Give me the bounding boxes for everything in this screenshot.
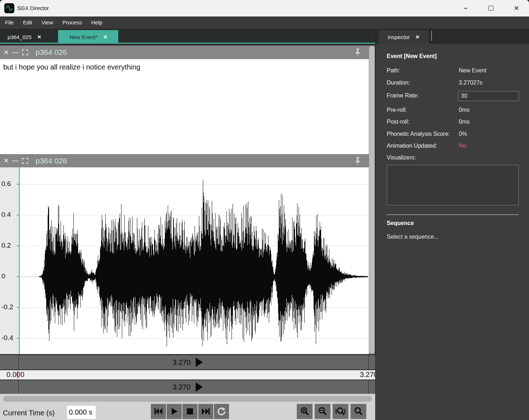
y-axis-label: 0.6 <box>1 180 11 188</box>
ruler-start-time: 0.000 <box>6 371 24 379</box>
panel-expand-icon[interactable] <box>22 49 28 56</box>
tab-close-icon[interactable]: ✕ <box>103 34 108 40</box>
inspector-field-label: Animation Updated: <box>387 143 437 149</box>
window-title: SGX Director <box>17 0 49 16</box>
y-axis-tick <box>17 338 19 339</box>
y-axis-label: 0.2 <box>1 242 11 249</box>
range-handle-right[interactable] <box>368 355 369 369</box>
y-axis-tick <box>17 245 19 246</box>
inspector-tab-label: Inspector <box>387 34 410 40</box>
range-play-icon[interactable] <box>196 358 203 367</box>
window-maximize-button[interactable] <box>483 0 499 16</box>
vertical-scrollbar-thumb[interactable] <box>369 46 375 354</box>
y-axis-label: 0.4 <box>1 211 11 219</box>
sequence-heading: Sequence <box>387 220 414 226</box>
range-play-icon[interactable] <box>196 382 203 392</box>
inspector-separator <box>387 214 519 215</box>
window-minimize-button[interactable]: – <box>457 0 474 16</box>
range-handle-right[interactable] <box>368 380 369 394</box>
y-axis-tick <box>17 215 19 215</box>
title-bar: SGX Director – ✕ <box>0 0 529 16</box>
transcript-panel-title: p364 026 <box>35 48 67 57</box>
document-tab-bar: p364_025✕New Event*✕ <box>0 29 375 44</box>
panel-minimize-icon[interactable]: — <box>12 158 18 164</box>
inspector-field-label: Duration: <box>387 80 410 86</box>
waveform-panel-body[interactable]: 0.60.40.20-0.2-0.4 <box>0 167 370 354</box>
waveform-plot[interactable] <box>19 167 368 354</box>
horizontal-scrollbar-thumb[interactable] <box>3 396 372 402</box>
inspector-field-label: Phonetic Analysis Score: <box>387 131 450 137</box>
waveform-panel-header[interactable]: ✕ — p364 026 <box>0 154 370 167</box>
panel-minimize-icon[interactable]: — <box>12 49 18 56</box>
inspector-field-value: New Event <box>459 67 486 74</box>
y-axis-tick <box>17 276 19 277</box>
zoom-out-button[interactable] <box>315 404 330 419</box>
timeline-range-slider-bottom[interactable]: 3.270 <box>0 380 375 394</box>
y-axis-label: -0.2 <box>1 303 13 311</box>
playback-controls <box>151 404 229 419</box>
ruler-end-time: 3.270 <box>360 371 375 379</box>
inspector-field-value: No <box>459 143 466 149</box>
app-logo-icon <box>4 3 14 13</box>
zoom-selection-button[interactable] <box>333 404 348 419</box>
sequence-placeholder: Select a sequence... <box>387 234 439 240</box>
skip-to-start-button[interactable] <box>151 404 166 419</box>
inspector-heading: Event [New Event] <box>387 53 437 59</box>
maximize-icon <box>489 6 494 11</box>
menu-item-view[interactable]: View <box>37 16 58 29</box>
range-duration-label: 3.270 <box>172 358 190 367</box>
frame-rate-input[interactable] <box>458 91 519 101</box>
y-axis-tick <box>17 184 19 185</box>
current-time-input[interactable] <box>67 406 96 419</box>
transcript-panel-body[interactable]: but i hope you all realize i notice ever… <box>0 59 370 154</box>
inspector-field-label: Path: <box>387 67 400 74</box>
tab-separator <box>431 31 432 41</box>
visualizers-box[interactable] <box>387 165 519 205</box>
y-axis-tick <box>17 307 19 308</box>
inspector-field-label: Visualizers: <box>387 154 416 161</box>
play-button[interactable] <box>167 404 182 419</box>
menu-item-process[interactable]: Process <box>58 16 86 29</box>
dock-vertical-scrollbar[interactable] <box>369 46 375 354</box>
loop-button[interactable] <box>214 404 229 419</box>
inspector-field-value: 0ms <box>459 119 470 125</box>
inspector-field-label: Post-roll: <box>387 119 409 125</box>
tab-inspector[interactable]: Inspector ✕ <box>378 30 429 44</box>
transcript-text: but i hope you all realize i notice ever… <box>0 59 370 75</box>
menu-item-edit[interactable]: Edit <box>18 16 37 29</box>
timeline-ruler[interactable]: 0.000 3.270 <box>0 370 375 380</box>
transport-bar: Current Time (s) <box>0 394 375 420</box>
window-close-button[interactable]: ✕ <box>508 0 525 16</box>
tab-label: New Event* <box>70 34 97 40</box>
menu-item-help[interactable]: Help <box>86 16 107 29</box>
inspector-tab-bar: Inspector ✕ <box>375 29 529 44</box>
range-duration-label: 3.270 <box>172 383 190 391</box>
stop-button[interactable] <box>182 404 197 419</box>
pin-icon[interactable] <box>354 157 362 167</box>
waveform-playhead[interactable] <box>19 167 20 354</box>
range-handle-left[interactable] <box>18 355 19 369</box>
tab-close-icon[interactable]: ✕ <box>37 34 42 40</box>
y-axis-label: -0.4 <box>1 334 13 342</box>
inspector-field-value: 0ms <box>459 107 470 113</box>
transcript-panel-header[interactable]: ✕ — p364 026 <box>0 46 370 59</box>
current-time-label: Current Time (s) <box>3 406 54 420</box>
zoom-in-button[interactable] <box>297 404 313 419</box>
panel-expand-icon[interactable] <box>22 158 28 164</box>
tab-p364_025[interactable]: p364_025✕ <box>0 30 48 44</box>
range-handle-left[interactable] <box>18 380 19 394</box>
inspector-field-value: 3.27027s <box>459 80 482 86</box>
panel-close-icon[interactable]: ✕ <box>4 49 9 56</box>
tab-new-event-[interactable]: New Event*✕ <box>58 30 118 44</box>
inspector-field-label: Frame Rate: <box>387 92 419 99</box>
timeline-range-slider-top[interactable]: 3.270 <box>0 355 375 369</box>
pin-icon[interactable] <box>354 48 362 58</box>
skip-to-end-button[interactable] <box>198 404 213 419</box>
panel-close-icon[interactable]: ✕ <box>4 158 9 164</box>
zoom-fit-button[interactable] <box>351 404 366 419</box>
inspector-tab-close-icon[interactable]: ✕ <box>415 34 420 40</box>
tab-label: p364_025 <box>8 34 32 40</box>
menu-item-file[interactable]: File <box>0 16 18 29</box>
y-axis-label: 0 <box>1 272 5 280</box>
menu-bar: FileEditViewProcessHelp <box>0 16 529 29</box>
